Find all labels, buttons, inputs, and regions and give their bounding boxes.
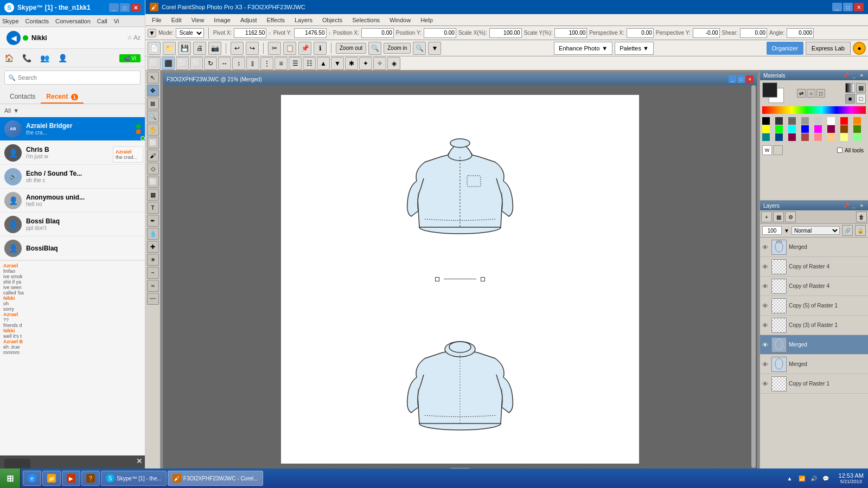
info-icon[interactable]: ℹ bbox=[314, 42, 327, 55]
layer-item-merged-3[interactable]: 👁 Merged bbox=[760, 355, 868, 374]
add-person-icon[interactable]: 👤 bbox=[58, 54, 67, 62]
angle-input[interactable] bbox=[787, 28, 814, 38]
pick-tool[interactable]: ✥ bbox=[147, 85, 159, 97]
scale-y-input[interactable] bbox=[554, 28, 587, 38]
skype-menu-vi[interactable]: Vi bbox=[114, 18, 119, 24]
taskbar-item-explorer[interactable]: 📁 bbox=[42, 471, 61, 486]
fill-tool[interactable]: ▦ bbox=[147, 189, 159, 201]
layer-item-raster4-copy2[interactable]: 👁 Copy of Raster 4 bbox=[760, 277, 868, 296]
layer-eye-icon-3[interactable]: 👁 bbox=[762, 283, 768, 290]
taskbar-clock[interactable]: 12:53 AM 5/21/2013 bbox=[834, 472, 868, 484]
arrow-tool[interactable]: ↖ bbox=[147, 72, 159, 84]
scale-x-input[interactable] bbox=[489, 28, 522, 38]
menu-image[interactable]: Image bbox=[209, 16, 235, 24]
toolbar-presets-btn[interactable]: ▼ bbox=[148, 29, 156, 37]
skype-menu-call[interactable]: Call bbox=[97, 18, 107, 24]
white-swatch[interactable]: W bbox=[762, 145, 772, 155]
menu-layers[interactable]: Layers bbox=[290, 16, 317, 24]
tab-recent[interactable]: Recent 1 bbox=[41, 91, 83, 104]
layer-item-merged-1[interactable]: 👁 Merged bbox=[760, 237, 868, 257]
swatch-magenta[interactable] bbox=[814, 125, 822, 133]
organizer-button[interactable]: Organizer bbox=[767, 42, 803, 55]
phone-icon[interactable]: 📞 bbox=[22, 54, 31, 62]
selection-tool[interactable]: ⬜ bbox=[147, 137, 159, 149]
transform-icon[interactable]: ⬜ bbox=[190, 57, 203, 70]
all-tools-checkbox[interactable] bbox=[837, 147, 843, 153]
print-icon[interactable]: 🖨 bbox=[193, 42, 206, 55]
color-wheel-icon[interactable]: ● bbox=[853, 42, 866, 55]
flip-h-icon[interactable]: ↔ bbox=[218, 57, 231, 70]
layer-eye-icon-6[interactable]: 👁 bbox=[762, 342, 768, 348]
swap-colors-button[interactable]: ⇄ bbox=[797, 89, 806, 98]
express-lab-button[interactable]: Express Lab bbox=[806, 42, 851, 55]
swatch-navy[interactable] bbox=[775, 133, 783, 141]
dodge-tool[interactable]: ☀ bbox=[147, 254, 159, 266]
align-icon2[interactable]: ⋮ bbox=[260, 57, 273, 70]
swatch-cyan[interactable] bbox=[788, 125, 796, 133]
opacity-input[interactable] bbox=[762, 226, 782, 235]
redo-icon[interactable]: ↪ bbox=[246, 42, 259, 55]
heal-tool[interactable]: ✚ bbox=[147, 241, 159, 253]
taskbar-item-unknown[interactable]: ? bbox=[81, 471, 100, 486]
inner-minimize-button[interactable]: _ bbox=[729, 75, 736, 83]
menu-help[interactable]: Help bbox=[416, 16, 437, 24]
pan-tool[interactable]: ✋ bbox=[147, 124, 159, 136]
paste-icon[interactable]: 📌 bbox=[298, 42, 311, 55]
home-icon[interactable]: 🏠 bbox=[4, 54, 14, 62]
search-input[interactable] bbox=[18, 74, 137, 81]
skype-menu-contacts[interactable]: Contacts bbox=[25, 18, 49, 24]
contact-item-bossi[interactable]: 👤 Bossi Blaq ppl don't bbox=[0, 213, 145, 236]
materials-close-button[interactable]: ✕ bbox=[858, 72, 865, 79]
layer-item-raster4-copy1[interactable]: 👁 Copy of Raster 4 bbox=[760, 257, 868, 277]
hue-gradient-bar[interactable] bbox=[762, 106, 866, 114]
layer-settings-button[interactable]: ⚙ bbox=[785, 211, 796, 222]
swatch-dark-gray[interactable] bbox=[775, 117, 783, 125]
taskbar-item-media[interactable]: ▶ bbox=[62, 471, 80, 486]
smear-tool[interactable]: ≈ bbox=[147, 280, 159, 292]
volume-icon[interactable]: 🔊 bbox=[809, 474, 818, 483]
contact-item-echo[interactable]: 🔊 Echo / Sound Te... oh the c bbox=[0, 165, 145, 189]
foreground-style[interactable]: ■ bbox=[845, 94, 855, 104]
layers-minimize-button[interactable]: _ bbox=[851, 202, 857, 209]
zoom-tool[interactable]: 🔍 bbox=[147, 111, 159, 123]
filter-dropdown-icon[interactable]: ▼ bbox=[13, 107, 19, 114]
menu-view[interactable]: View bbox=[187, 16, 209, 24]
capture-icon[interactable]: 📷 bbox=[208, 42, 221, 55]
contact-item-azraiel[interactable]: AB Azraiel Bridger the cra... bbox=[0, 117, 145, 141]
new-file-icon[interactable]: 📄 bbox=[148, 42, 161, 55]
layer-order2[interactable]: ▼ bbox=[331, 57, 344, 70]
menu-effects[interactable]: Effects bbox=[263, 16, 289, 24]
eraser-tool[interactable]: ⬜ bbox=[147, 176, 159, 188]
extra-icon[interactable]: ✧ bbox=[373, 57, 386, 70]
swatch-black[interactable] bbox=[762, 117, 770, 125]
background-style[interactable]: □ bbox=[856, 94, 866, 104]
crop-tool[interactable]: ⊠ bbox=[147, 98, 159, 110]
node-icon[interactable]: ✦ bbox=[359, 57, 372, 70]
swatch-light-yellow[interactable] bbox=[840, 133, 848, 141]
layer-item-raster1-copy[interactable]: 👁 Copy of Raster 1 bbox=[760, 374, 868, 394]
ungroup-icon[interactable]: ☷ bbox=[303, 57, 316, 70]
contact-item-bossib[interactable]: 👤 BossiBlaq bbox=[0, 236, 145, 260]
layer-eye-icon-8[interactable]: 👁 bbox=[762, 381, 768, 387]
text-tool[interactable]: T bbox=[147, 202, 159, 214]
foreground-color-swatch[interactable] bbox=[762, 82, 777, 98]
rotate-icon[interactable]: ↻ bbox=[204, 57, 217, 70]
vertical-scroll[interactable] bbox=[751, 85, 756, 468]
layers-pin-button[interactable]: 📌 bbox=[843, 202, 850, 209]
blur-tool[interactable]: ~ bbox=[147, 267, 159, 279]
psp-minimize-button[interactable]: _ bbox=[832, 3, 842, 11]
layer-item-merged-2[interactable]: 👁 Merged bbox=[760, 335, 868, 355]
transparent-swatch[interactable] bbox=[773, 145, 783, 155]
menu-objects[interactable]: Objects bbox=[318, 16, 347, 24]
persp-x-input[interactable] bbox=[627, 28, 654, 38]
swatch-purple-dark[interactable] bbox=[827, 125, 835, 133]
zoom-out-icon[interactable]: 🔍 bbox=[368, 42, 381, 55]
inner-close-button[interactable]: ✕ bbox=[746, 75, 754, 83]
gradient-button[interactable] bbox=[845, 83, 855, 93]
resize-handle-left[interactable] bbox=[435, 277, 439, 281]
swatch-yellow[interactable] bbox=[762, 125, 770, 133]
resize-handle-area[interactable] bbox=[435, 277, 485, 281]
tab-contacts[interactable]: Contacts bbox=[4, 91, 41, 104]
taskbar-item-ie[interactable]: e bbox=[23, 471, 41, 486]
taskbar-item-psp[interactable]: 🖌 F3OI2XPHF23WJWC - Corel... bbox=[168, 471, 263, 486]
